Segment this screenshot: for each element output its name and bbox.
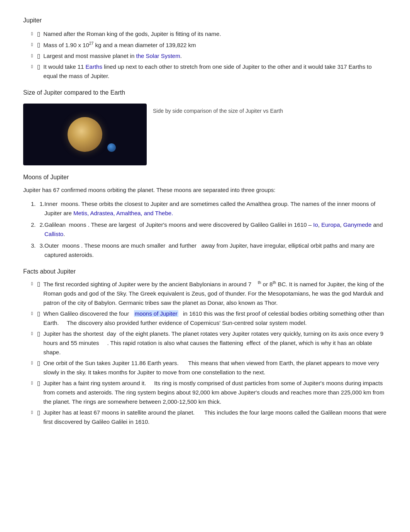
intro-bullet-list: ▯ Named after the Roman king of the gods… (23, 29, 387, 81)
moons-of-jupiter-link[interactable]: moons of Jupiter (134, 310, 178, 317)
image-caption: Side by side comparison of the size of J… (153, 104, 283, 115)
list-item: 2. Galilean moons . These are largest of… (31, 220, 387, 239)
bullet-icon: ▯ (37, 62, 43, 71)
earths-link[interactable]: Earths (86, 63, 102, 70)
list-number: 3. (40, 241, 45, 250)
europa-link[interactable]: Europa (321, 221, 340, 228)
page-title: Jupiter (23, 15, 387, 25)
io-link[interactable]: Io (313, 221, 318, 228)
list-item: 1. Inner moons. These orbits the closest… (31, 199, 387, 218)
jupiter-earth-image (23, 104, 147, 165)
bullet-icon: ▯ (37, 29, 43, 39)
bullet-icon: ▯ (37, 329, 43, 338)
list-item: ▯ Largest and most massive planet in the… (31, 51, 387, 61)
size-section-title: Size of Jupiter compared to the Earth (23, 88, 387, 98)
list-item: ▯ Jupiter has the shortest day of the ei… (31, 329, 387, 357)
bullet-icon: ▯ (37, 51, 43, 61)
list-item: ▯ It would take 11 Earths lined up next … (31, 62, 387, 81)
facts-bullet-list: ▯ The first recorded sighting of Jupiter… (23, 279, 387, 427)
bullet-icon: ▯ (37, 359, 43, 368)
earth-sphere (107, 143, 116, 152)
list-item: ▯ The first recorded sighting of Jupiter… (31, 279, 387, 308)
list-number: 1. (40, 199, 45, 209)
list-number: 2. (40, 220, 45, 229)
inner-moons-link[interactable]: Metis, Adrastea, Amalthea, and Thebe. (73, 210, 173, 216)
solar-system-link[interactable]: the Solar System (136, 53, 180, 59)
moons-intro: Jupiter has 67 confirmed moons orbiting … (23, 185, 387, 195)
moons-list: 1. Inner moons. These orbits the closest… (23, 199, 387, 260)
bullet-icon: ▯ (37, 379, 43, 388)
list-item: ▯ Mass of 1.90 x 1027 kg and a mean diam… (31, 40, 387, 50)
bullet-icon: ▯ (37, 408, 43, 417)
bullet-icon: ▯ (37, 309, 43, 318)
callisto-link[interactable]: Callisto (44, 231, 63, 237)
list-item: ▯ When Galileo discovered the four moons… (31, 309, 387, 328)
list-item: ▯ Named after the Roman king of the gods… (31, 29, 387, 39)
image-section: Side by side comparison of the size of J… (23, 104, 387, 165)
list-item: ▯ One orbit of the Sun takes Jupiter 11.… (31, 359, 387, 377)
jupiter-sphere (68, 117, 102, 152)
list-item: 3. Outer moons . These moons are much sm… (31, 241, 387, 260)
bullet-icon: ▯ (37, 40, 43, 49)
list-item: ▯ Jupiter has at least 67 moons in satel… (31, 408, 387, 427)
facts-section-title: Facts about Jupiter (23, 267, 387, 277)
moons-section-title: Moons of Jupiter (23, 172, 387, 182)
list-item: ▯ Jupiter has a faint ring system around… (31, 379, 387, 406)
bullet-icon: ▯ (37, 279, 43, 289)
ganymede-link[interactable]: Ganymede (343, 221, 371, 228)
